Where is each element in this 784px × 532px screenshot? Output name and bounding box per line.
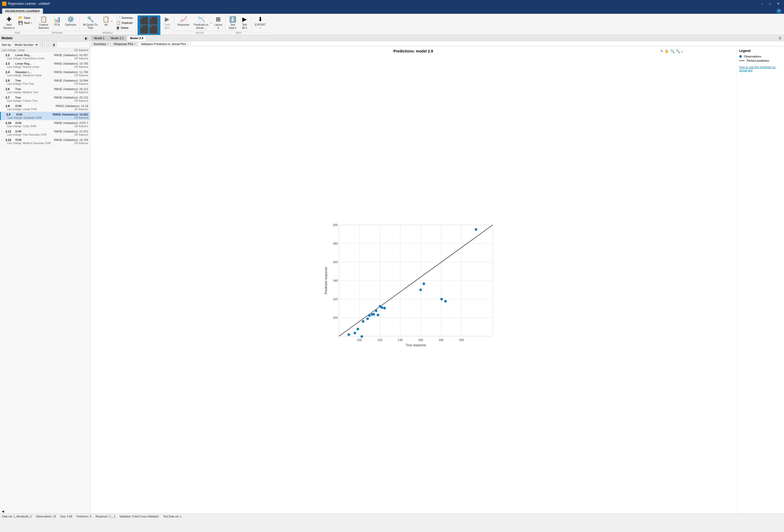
validation-tab-label: Validation Predicted vs. Actual Plot: [141, 42, 186, 46]
summary-button[interactable]: 📄 Summary: [115, 16, 134, 20]
star-2-11[interactable]: ☆: [2, 129, 4, 133]
nav-left[interactable]: ◄: [1, 509, 5, 513]
nav-arrows: ◄: [0, 509, 90, 513]
help-button[interactable]: ?: [776, 8, 782, 14]
y-tick-140: 140: [333, 279, 338, 282]
star-2-6[interactable]: ☆: [2, 87, 4, 91]
y-tick-120: 120: [333, 298, 338, 301]
all-button[interactable]: 📋 All: [101, 16, 111, 27]
header-features: 3/5 features: [74, 49, 88, 52]
star-2-9[interactable]: ☆: [2, 113, 5, 116]
observation-10: [375, 309, 377, 312]
model-item-2-3[interactable]: ☆ 2.3 Linear Reg... RMSE (Validation): 1…: [0, 61, 90, 69]
new-session-button[interactable]: ✚ NewSession ▾: [2, 16, 16, 30]
predicted-vs-actual-button[interactable]: 📉 Predicted vs.Actual ...: [192, 16, 211, 30]
sort-asc-button[interactable]: ↑: [46, 42, 51, 47]
pca-button[interactable]: 📊 PCA: [52, 16, 62, 27]
model-item-2-12[interactable]: ☆ 2.12 SVM RMSE (Validation): 16.704 Las…: [0, 137, 90, 146]
y-tick-100: 100: [333, 316, 338, 319]
model-item-2-8[interactable]: ☆ 2.8 SVM RMSE (Validation): 13.18 Last …: [0, 103, 90, 112]
model-tab-1[interactable]: Model 1: [91, 35, 107, 41]
star-2-5[interactable]: ☆: [2, 79, 4, 82]
summary-label: Summary: [122, 17, 133, 19]
close-button[interactable]: ✕: [775, 1, 782, 6]
optimizer-button[interactable]: ⚙️ Optimizer: [63, 16, 78, 27]
reset-view-icon[interactable]: ⌂: [681, 49, 683, 53]
model-header-row[interactable]: Last change: Linear 3/5 features: [0, 48, 90, 53]
model-type-2-9: SVM: [16, 113, 52, 116]
feature-selection-button[interactable]: 📋 FeatureSelection: [36, 16, 51, 30]
export-button[interactable]: ⬇ EXPORT ▾: [253, 16, 267, 30]
model-item-2-9[interactable]: ☆ 2.9 SVM RMSE (Validation): 10.822 Last…: [0, 112, 90, 120]
maximize-button[interactable]: □: [766, 1, 774, 6]
train-icon: ▶: [165, 16, 169, 23]
train-all-button[interactable]: ▶ TrainAll ▾: [162, 16, 172, 30]
model-tab-2-9[interactable]: Model 2.9: [127, 35, 146, 41]
save-button[interactable]: 💾 Save ▾: [17, 21, 33, 25]
star-2-12[interactable]: ☆: [2, 138, 4, 142]
star-2-7[interactable]: ☆: [2, 96, 4, 99]
observation-17: [440, 298, 443, 300]
observation-6: [366, 317, 369, 320]
star-2-8[interactable]: ☆: [2, 104, 4, 108]
sub-tab-response-plot[interactable]: Response Plot ×: [112, 41, 138, 46]
edit-icon[interactable]: ✎: [660, 49, 664, 53]
pca-icon: 📊: [54, 16, 61, 23]
optimizer-label: Optimizer: [65, 23, 76, 27]
observation-1: [347, 333, 350, 336]
model-item-2-2[interactable]: ☆ 2.2 Linear Reg... RMSE (Validation): 5…: [0, 53, 90, 61]
star-2-3[interactable]: ☆: [2, 62, 4, 65]
model-item-2-4[interactable]: ☆ 2.4 Stepwise L... RMSE (Validation): 1…: [0, 69, 90, 78]
open-label: Open: [24, 17, 30, 19]
layout-icon: ⊞: [216, 16, 221, 23]
response-button[interactable]: 📈 Response: [176, 16, 191, 27]
app-tab-regression-learner[interactable]: REGRESSION LEARNER: [2, 8, 43, 14]
model-num-2-4: 2.4: [5, 70, 14, 73]
delete-button[interactable]: 🗑 Delete: [115, 25, 134, 30]
predicted-actual-icon: 📉: [198, 16, 205, 23]
model-lastchange-2-9: Last change: Quadratic SVM: [8, 116, 41, 119]
sort-label: Sort by:: [2, 43, 12, 47]
layout-button[interactable]: ⊞ Layout▾: [213, 16, 224, 30]
legend-item-perfect-prediction: Perfect prediction: [739, 59, 781, 62]
ribbon-export-section: ⬇ EXPORT ▾: [252, 15, 269, 34]
duplicate-icon: 📋: [116, 21, 120, 25]
sub-tab-validation-predicted[interactable]: Validation Predicted vs. Actual Plot ×: [138, 41, 191, 46]
star-2-4[interactable]: ☆: [2, 70, 4, 74]
minimize-button[interactable]: –: [759, 1, 766, 6]
model-num-2-10: 2.10: [5, 121, 14, 124]
model-item-2-5[interactable]: ☆ 2.5 Tree RMSE (Validation): 18.944 Las…: [0, 78, 90, 86]
pca-label: PCA: [54, 23, 60, 27]
legend-link[interactable]: How to use the predicted vs. actual plot: [739, 65, 781, 72]
sort-select[interactable]: Model Number: [13, 42, 39, 47]
summary-tab-close[interactable]: ×: [107, 43, 109, 46]
sort-delete-button[interactable]: 🗑: [52, 42, 56, 47]
all-quick-to-train-button[interactable]: 🔧 All Quick-To-Train: [81, 16, 100, 30]
models-list[interactable]: Last change: Linear 3/5 features ☆ 2.2 L…: [0, 48, 90, 509]
star-2-10[interactable]: ☆: [2, 121, 4, 125]
model-tab-2-1[interactable]: Model 2.1: [108, 35, 127, 41]
test-data-button[interactable]: ⬇️ TestData ▾: [227, 16, 238, 30]
duplicate-button[interactable]: 📋 Duplicate: [115, 21, 134, 25]
panel-collapse-btn[interactable]: ◧: [83, 36, 88, 40]
model-item-2-11[interactable]: ☆ 2.11 SVM RMSE (Validation): 21.072 Las…: [0, 129, 90, 137]
model-num-2-2: 2.2: [5, 54, 14, 57]
pan-icon[interactable]: ✋: [665, 49, 669, 53]
zoom-out-icon[interactable]: 🔍: [676, 49, 680, 53]
test-all-button[interactable]: ▶ TestAll ▾: [239, 16, 250, 30]
settings-icon[interactable]: ⚙: [779, 36, 782, 40]
open-button[interactable]: 📂 Open: [17, 16, 33, 20]
info-button[interactable]: i: [40, 42, 45, 47]
plot-legend: Legend Observations Perfect prediction H…: [736, 47, 784, 513]
status-dataset: Data set: 1_Almatinski_V: [2, 515, 32, 518]
zoom-in-icon[interactable]: 🔍: [670, 49, 675, 53]
model-rmse-2-6: RMSE (Validation): 28.122: [54, 87, 88, 91]
validation-tab-close[interactable]: ×: [187, 43, 188, 46]
model-item-2-6[interactable]: ☆ 2.6 Tree RMSE (Validation): 28.122 Las…: [0, 86, 90, 95]
model-item-2-10[interactable]: ☆ 2.10 SVM RMSE (Validation): 2375.7 Las…: [0, 120, 90, 129]
star-2-2[interactable]: ☆: [2, 53, 4, 57]
model-item-2-7[interactable]: ☆ 2.7 Tree RMSE (Validation): 28.122 Las…: [0, 95, 90, 103]
sub-tab-summary[interactable]: Summary ×: [91, 41, 111, 46]
test-all-label: TestAll ▾: [242, 23, 247, 30]
response-plot-tab-close[interactable]: ×: [134, 43, 135, 46]
